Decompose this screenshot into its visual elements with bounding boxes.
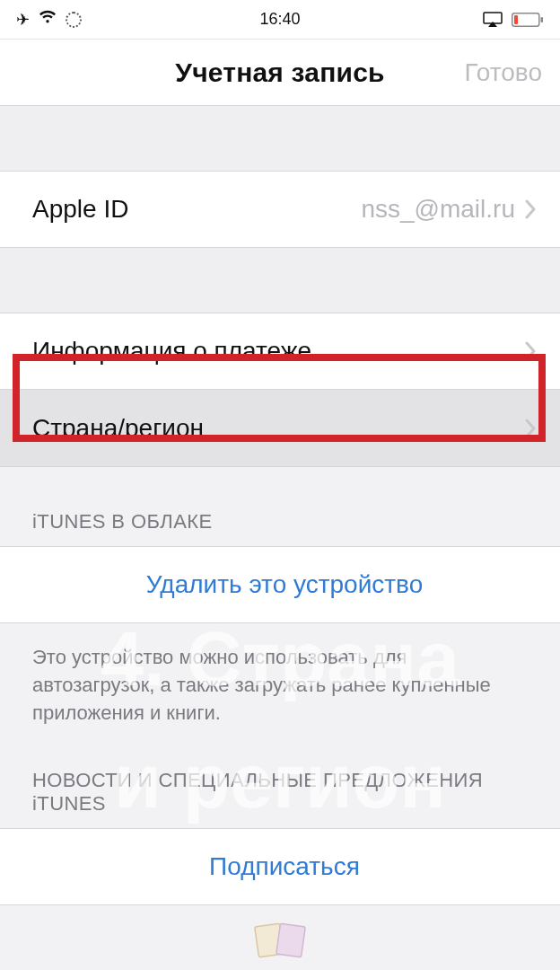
chevron-right-icon xyxy=(524,199,537,219)
wifi-icon xyxy=(39,10,57,29)
subscribe-label: Подписаться xyxy=(209,852,360,881)
cloud-section-footer: Это устройство можно использовать для ав… xyxy=(0,623,560,736)
airplane-icon: ✈︎ xyxy=(16,10,30,30)
status-left: ✈︎ xyxy=(16,10,82,30)
apple-id-row[interactable]: Apple ID nss_@mail.ru xyxy=(0,171,560,248)
section-gap xyxy=(0,106,560,171)
airplay-icon xyxy=(483,12,503,28)
decorative-device-icon xyxy=(251,920,309,966)
status-right xyxy=(483,12,544,28)
done-button[interactable]: Готово xyxy=(465,58,542,87)
svg-rect-5 xyxy=(276,923,305,957)
svg-rect-3 xyxy=(514,15,518,24)
subscribe-row[interactable]: Подписаться xyxy=(0,828,560,905)
status-bar: ✈︎ 16:40 xyxy=(0,0,560,40)
news-section-header: НОВОСТИ И СПЕЦИАЛЬНЫЕ ПРЕДЛОЖЕНИЯ iTUNES xyxy=(0,736,560,828)
apple-id-value: nss_@mail.ru xyxy=(361,195,515,224)
chevron-right-icon xyxy=(524,419,537,438)
nav-bar: Учетная запись Готово xyxy=(0,40,560,106)
country-region-label: Страна/регион xyxy=(32,414,204,443)
remove-device-row[interactable]: Удалить это устройство xyxy=(0,546,560,623)
status-time: 16:40 xyxy=(259,10,300,29)
payment-info-label: Информация о платеже xyxy=(32,337,311,366)
cloud-section-header: iTUNES В ОБЛАКЕ xyxy=(0,467,560,546)
remove-device-label: Удалить это устройство xyxy=(146,570,423,599)
svg-rect-2 xyxy=(541,17,544,22)
payment-info-row[interactable]: Информация о платеже xyxy=(0,313,560,390)
country-region-row[interactable]: Страна/регион xyxy=(0,390,560,467)
battery-icon xyxy=(512,13,544,27)
loading-spinner-icon xyxy=(66,12,82,28)
page-title: Учетная запись xyxy=(175,57,384,88)
section-gap xyxy=(0,248,560,313)
chevron-right-icon xyxy=(524,341,537,361)
apple-id-label: Apple ID xyxy=(32,195,128,224)
